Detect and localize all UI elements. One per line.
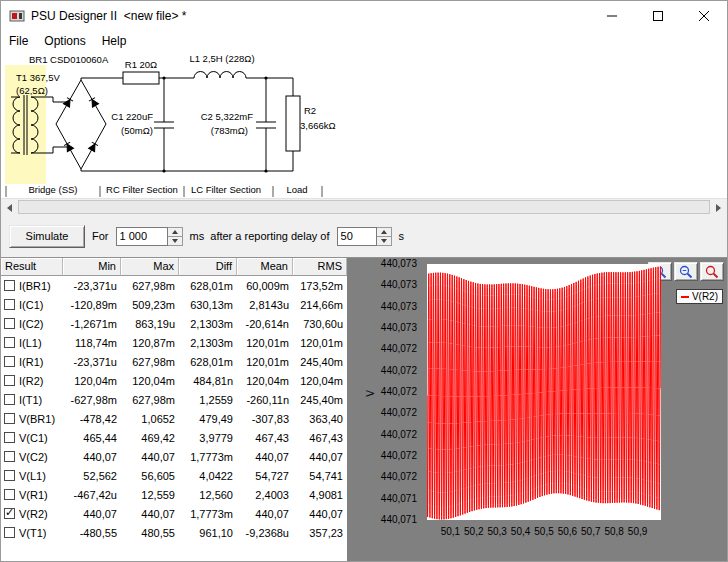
close-button[interactable] [681, 1, 727, 30]
bridge-component[interactable] [56, 78, 106, 171]
result-mean: 120,04m [237, 375, 293, 387]
menu-help[interactable]: Help [94, 30, 135, 52]
result-min: -478,42 [63, 413, 121, 425]
result-checkbox[interactable] [4, 432, 15, 443]
result-mean: -20,614n [237, 318, 293, 330]
c2-component[interactable] [256, 78, 276, 171]
duration-spin-down-button[interactable] [168, 236, 183, 246]
section-lc-label: LC Filter Section [191, 184, 261, 195]
result-checkbox[interactable] [4, 451, 15, 462]
table-row[interactable]: V(BR1) -478,42 1,0652 479,49 -307,83 363… [1, 409, 347, 428]
table-row[interactable]: I(C1) -120,89m 509,23m 630,13m 2,8143u 2… [1, 295, 347, 314]
result-min: -627,98m [63, 394, 121, 406]
result-checkbox[interactable] [4, 318, 15, 329]
result-checkbox[interactable] [4, 375, 15, 386]
scroll-left-button[interactable] [1, 199, 18, 216]
l1-component[interactable] [194, 72, 246, 79]
table-row[interactable]: I(R1) -23,371u 627,98m 628,01m 120,01m 2… [1, 352, 347, 371]
result-diff: 628,01m [179, 280, 237, 292]
table-row[interactable]: V(C1) 465,44 469,42 3,9779 467,43 467,43 [1, 428, 347, 447]
result-min: 120,04m [63, 375, 121, 387]
result-checkbox[interactable] [4, 489, 15, 500]
l1-label: L1 2,5H (228Ω) [189, 53, 254, 64]
results-table-body: I(BR1) -23,371u 627,98m 628,01m 60,009m … [1, 276, 347, 542]
table-row[interactable]: V(R2) 440,07 440,07 1,7773m 440,07 440,0… [1, 504, 347, 523]
r1-label: R1 20Ω [125, 59, 157, 70]
result-diff: 3,9779 [179, 432, 237, 444]
result-checkbox[interactable] [4, 413, 15, 424]
result-name: I(BR1) [19, 280, 51, 292]
zoom-reset-button[interactable] [700, 262, 724, 281]
table-row[interactable]: I(T1) -627,98m 627,98m 1,2559 -260,11n 2… [1, 390, 347, 409]
result-min: 440,07 [63, 451, 121, 463]
horizontal-scrollbar[interactable] [1, 198, 727, 215]
plot-panel: V(R2) V 440,073440,073440,073440,073440,… [347, 258, 727, 561]
c1-esr-label: (50mΩ) [121, 125, 153, 136]
menu-options[interactable]: Options [36, 30, 93, 52]
result-checkbox[interactable] [4, 299, 15, 310]
y-axis-labels: 440,073440,073440,073440,073440,072440,0… [371, 258, 419, 528]
result-rms: 4,9081 [293, 489, 347, 501]
result-mean: 2,4003 [237, 489, 293, 501]
result-diff: 630,13m [179, 299, 237, 311]
delay-input[interactable] [337, 227, 377, 246]
result-rms: 245,40m [293, 356, 347, 368]
result-name: I(C1) [19, 299, 43, 311]
result-mean: 120,01m [237, 337, 293, 349]
result-checkbox[interactable] [4, 508, 15, 519]
triangle-down-icon [381, 239, 387, 243]
delay-spin-up-button[interactable] [377, 227, 392, 236]
result-rms: 120,04m [293, 375, 347, 387]
menu-file[interactable]: File [1, 30, 36, 52]
result-checkbox[interactable] [4, 394, 15, 405]
r2-component[interactable] [286, 78, 300, 171]
x-axis-labels: 50,150,250,350,450,550,650,750,850,9 [427, 526, 661, 540]
table-row[interactable]: V(C2) 440,07 440,07 1,7773m 440,07 440,0… [1, 447, 347, 466]
duration-input[interactable] [116, 227, 168, 246]
waveform [427, 266, 661, 519]
table-row[interactable]: V(R1) -467,42u 12,559 12,560 2,4003 4,90… [1, 485, 347, 504]
table-row[interactable]: I(BR1) -23,371u 627,98m 628,01m 60,009m … [1, 276, 347, 295]
result-mean: 2,8143u [237, 299, 293, 311]
table-row[interactable]: V(L1) 52,562 56,605 4,0422 54,727 54,741 [1, 466, 347, 485]
triangle-up-icon [172, 230, 178, 234]
duration-spin-up-button[interactable] [168, 227, 183, 236]
result-checkbox[interactable] [4, 337, 15, 348]
c1-component[interactable] [154, 78, 174, 171]
result-checkbox[interactable] [4, 470, 15, 481]
simulate-button[interactable]: Simulate [9, 225, 85, 248]
scroll-right-button[interactable] [710, 199, 727, 216]
y-tick-label: 440,072 [381, 430, 417, 440]
result-rms: 173,52m [293, 280, 347, 292]
scrollbar-track[interactable] [18, 199, 710, 215]
x-tick-label: 50,2 [464, 526, 483, 537]
result-max: 509,23m [121, 299, 179, 311]
table-row[interactable]: I(L1) 118,74m 120,87m 2,1303m 120,01m 12… [1, 333, 347, 352]
maximize-button[interactable] [635, 1, 681, 30]
result-checkbox[interactable] [4, 356, 15, 367]
table-row[interactable]: I(R2) 120,04m 120,04m 484,81n 120,04m 12… [1, 371, 347, 390]
scrollbar-thumb[interactable] [18, 200, 710, 214]
triangle-left-icon [7, 204, 12, 212]
delay-spin-down-button[interactable] [377, 236, 392, 246]
minimize-button[interactable] [589, 1, 635, 30]
result-min: 465,44 [63, 432, 121, 444]
result-name: V(L1) [19, 470, 46, 482]
r2-value-label: 3,666kΩ [300, 120, 336, 131]
header-result: Result [1, 258, 63, 276]
result-min: -480,55 [63, 527, 121, 539]
header-min: Min [63, 258, 121, 276]
result-checkbox[interactable] [4, 527, 15, 538]
zoom-out-button[interactable] [674, 262, 698, 281]
r1-component[interactable] [123, 72, 159, 84]
y-tick-label: 440,073 [381, 323, 417, 333]
result-checkbox[interactable] [4, 280, 15, 291]
c2-label: C2 5,322mF [201, 111, 253, 122]
schematic-canvas[interactable]: BR1 CSD010060A T1 367,5V (62,5Ω) R1 20Ω … [1, 52, 727, 198]
close-icon [699, 11, 709, 21]
table-row[interactable]: I(C2) -1,2671m 863,19u 2,1303m -20,614n … [1, 314, 347, 333]
t1-label: T1 367,5V [16, 72, 60, 83]
x-tick-label: 50,3 [487, 526, 506, 537]
plot-area[interactable] [427, 264, 661, 520]
table-row[interactable]: V(T1) -480,55 480,55 961,10 -9,2368u 357… [1, 523, 347, 542]
